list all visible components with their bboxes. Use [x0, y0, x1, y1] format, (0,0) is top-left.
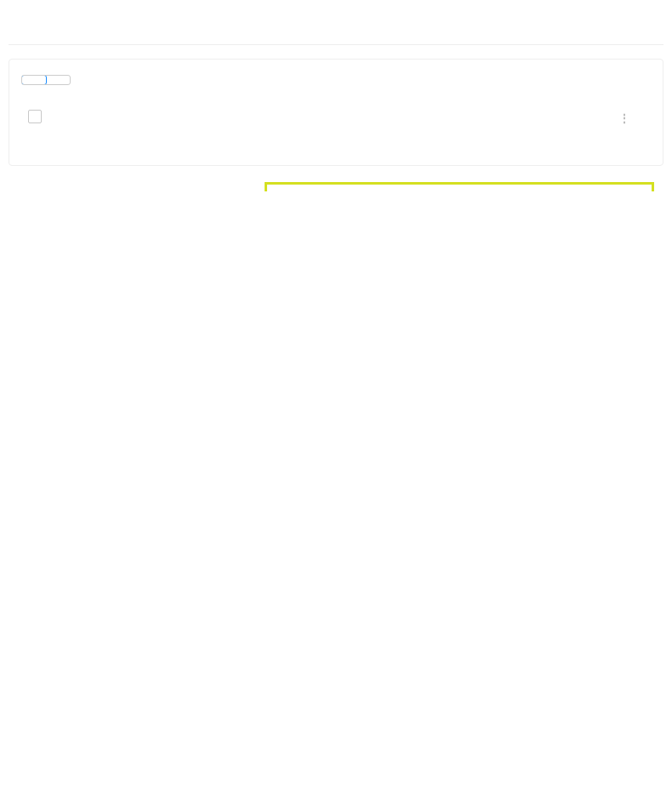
tab-bar: [9, 44, 663, 45]
ports-card: ⋮ ▾: [9, 59, 663, 166]
col-action: ⋮: [557, 100, 651, 136]
col-profile: [360, 100, 557, 136]
col-num: [52, 100, 113, 136]
port-grid: [9, 9, 663, 15]
toggle-port[interactable]: [21, 75, 47, 85]
port-lag-toggle: [21, 75, 71, 85]
col-name: [113, 100, 241, 136]
edit-port-popover: ▾: [265, 182, 654, 191]
ports-table: ⋮: [21, 100, 651, 136]
select-all-checkbox[interactable]: [28, 110, 42, 123]
col-status: [241, 100, 360, 136]
toggle-lag[interactable]: [46, 76, 70, 84]
column-menu-icon[interactable]: ⋮: [618, 111, 630, 125]
